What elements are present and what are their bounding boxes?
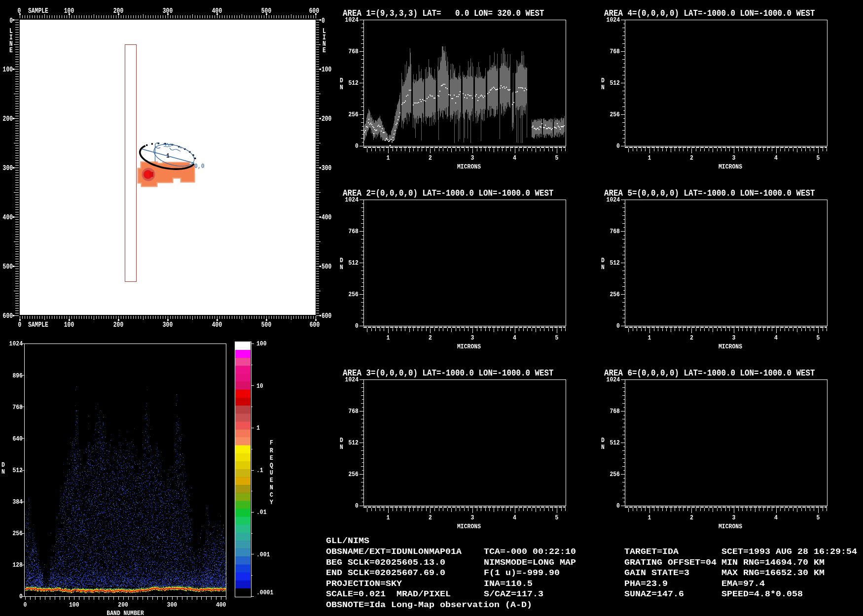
svg-text:AREA 4=(0,0,0,0) LAT=-1000.0 L: AREA 4=(0,0,0,0) LAT=-1000.0 LON=-1000.0… — [604, 8, 815, 18]
svg-text:AREA 5=(0,0,0,0) LAT=-1000.0 L: AREA 5=(0,0,0,0) LAT=-1000.0 LON=-1000.0… — [604, 188, 815, 198]
svg-text:256: 256 — [12, 530, 23, 537]
svg-text:1024: 1024 — [607, 376, 620, 383]
svg-text:.1: .1 — [256, 467, 263, 474]
svg-text:AREA 6=(0,0,0,0) LAT=-1000.0 L: AREA 6=(0,0,0,0) LAT=-1000.0 LON=-1000.0… — [604, 368, 815, 378]
svg-text:3: 3 — [732, 334, 736, 342]
svg-text:768: 768 — [348, 228, 359, 235]
svg-text:N: N — [340, 444, 343, 451]
svg-text:4: 4 — [513, 514, 516, 521]
svg-text:768: 768 — [12, 404, 23, 411]
svg-text:4: 4 — [774, 514, 778, 521]
svg-text:D: D — [340, 437, 343, 444]
svg-text:1: 1 — [648, 334, 651, 342]
svg-text:0: 0 — [9, 17, 13, 25]
svg-text:D: D — [1, 461, 5, 469]
svg-text:3: 3 — [471, 334, 474, 342]
svg-text:3: 3 — [732, 514, 736, 521]
svg-text:GRATING OFFSET=04: GRATING OFFSET=04 — [624, 558, 717, 567]
svg-text:512: 512 — [610, 259, 620, 267]
svg-text:N: N — [340, 264, 343, 271]
svg-text:.001: .001 — [256, 551, 270, 558]
svg-text:512: 512 — [348, 259, 359, 267]
svg-text:2: 2 — [429, 334, 432, 342]
svg-text:0: 0 — [355, 322, 359, 330]
svg-text:0: 0 — [18, 321, 22, 329]
svg-text:200: 200 — [322, 115, 331, 123]
svg-text:256: 256 — [348, 111, 359, 118]
svg-text:0: 0 — [322, 17, 325, 25]
svg-text:512: 512 — [610, 439, 620, 446]
svg-text:1: 1 — [648, 514, 651, 521]
svg-text:AREA 1=(9,3,3,3) LAT= 0.0 LO: AREA 1=(9,3,3,3) LAT= 0.0 LON= 320.0 WES… — [343, 8, 544, 18]
svg-text:AREA 3=(0,0,0,0) LAT=-1000.0 L: AREA 3=(0,0,0,0) LAT=-1000.0 LON=-1000.0… — [343, 368, 554, 378]
svg-text:400: 400 — [3, 213, 13, 221]
svg-text:1024: 1024 — [607, 196, 620, 204]
svg-text:1: 1 — [387, 154, 390, 162]
svg-text:1024: 1024 — [345, 16, 359, 24]
svg-text:512: 512 — [348, 439, 359, 446]
svg-text:MIN RNG=14694.70 KM: MIN RNG=14694.70 KM — [721, 558, 825, 567]
svg-text:D: D — [601, 77, 605, 84]
svg-text:400: 400 — [216, 601, 226, 609]
svg-text:END SCLK=02025607.69.0: END SCLK=02025607.69.0 — [326, 568, 445, 578]
svg-text:0: 0 — [355, 502, 359, 510]
svg-text:D: D — [340, 257, 343, 264]
svg-text:1024: 1024 — [607, 16, 620, 24]
svg-text:1024: 1024 — [345, 376, 359, 383]
svg-text:Q: Q — [270, 462, 273, 469]
svg-text:1024: 1024 — [345, 196, 359, 204]
svg-text:256: 256 — [610, 471, 620, 478]
svg-text:OBSNAME/EXT=IDUNLONMAP01A: OBSNAME/EXT=IDUNLONMAP01A — [326, 547, 462, 556]
svg-text:AREA 2=(0,0,0,0) LAT=-1000.0 L: AREA 2=(0,0,0,0) LAT=-1000.0 LON=-1000.0… — [343, 188, 554, 198]
svg-text:768: 768 — [348, 48, 359, 55]
svg-text:384: 384 — [12, 498, 23, 506]
svg-text:SUNAZ=147.6: SUNAZ=147.6 — [624, 589, 684, 599]
svg-text:300: 300 — [163, 7, 173, 15]
svg-text:1: 1 — [387, 514, 390, 521]
svg-text:MICRONS: MICRONS — [719, 343, 742, 350]
svg-text:.0001: .0001 — [256, 589, 273, 596]
svg-text:100: 100 — [256, 340, 267, 347]
svg-text:MICRONS: MICRONS — [457, 343, 481, 350]
svg-text:400: 400 — [212, 7, 222, 15]
svg-text:BEG SCLK=02025605.13.0: BEG SCLK=02025605.13.0 — [326, 558, 445, 567]
svg-text:MICRONS: MICRONS — [719, 523, 742, 530]
svg-text:SPEED=4.8*0.058: SPEED=4.8*0.058 — [721, 589, 803, 599]
svg-text:200: 200 — [118, 601, 128, 609]
svg-text:E: E — [270, 477, 273, 484]
svg-text:5: 5 — [817, 154, 820, 162]
svg-text:2: 2 — [690, 154, 693, 162]
svg-text:4: 4 — [513, 154, 516, 162]
svg-text:300: 300 — [167, 601, 178, 609]
svg-text:640: 640 — [12, 435, 23, 443]
svg-text:2: 2 — [429, 154, 432, 162]
svg-text:500: 500 — [3, 263, 13, 271]
svg-text:500: 500 — [261, 7, 271, 15]
svg-text:5: 5 — [555, 334, 559, 342]
svg-text:100: 100 — [64, 7, 74, 15]
svg-text:5: 5 — [555, 154, 559, 162]
svg-text:600: 600 — [322, 312, 331, 320]
svg-text:0: 0 — [616, 142, 620, 150]
svg-text:PROJECTION=SKY: PROJECTION=SKY — [326, 579, 402, 588]
svg-text:768: 768 — [610, 228, 620, 235]
svg-text:5: 5 — [817, 514, 820, 521]
svg-text:0: 0 — [18, 7, 21, 15]
svg-text:N: N — [270, 484, 273, 491]
svg-text:100: 100 — [69, 601, 79, 609]
svg-text:768: 768 — [348, 408, 359, 415]
svg-text:1: 1 — [166, 152, 170, 160]
svg-text:BAND NUMBER: BAND NUMBER — [107, 610, 144, 616]
svg-text:SCALE=0.021 MRAD/PIXEL: SCALE=0.021 MRAD/PIXEL — [326, 589, 451, 599]
svg-text:100: 100 — [3, 66, 13, 73]
svg-text:500: 500 — [322, 263, 331, 271]
svg-text:896: 896 — [12, 372, 23, 379]
svg-text:768: 768 — [610, 48, 620, 55]
svg-text:600: 600 — [310, 321, 320, 329]
svg-text:100: 100 — [322, 66, 331, 73]
svg-text:MAX RNG=16652.30 KM: MAX RNG=16652.30 KM — [721, 568, 825, 578]
svg-text:C: C — [270, 491, 273, 499]
svg-text:4: 4 — [513, 334, 516, 342]
svg-text:TCA=-000 00:22:10: TCA=-000 00:22:10 — [484, 547, 576, 556]
svg-text:E: E — [9, 46, 13, 54]
